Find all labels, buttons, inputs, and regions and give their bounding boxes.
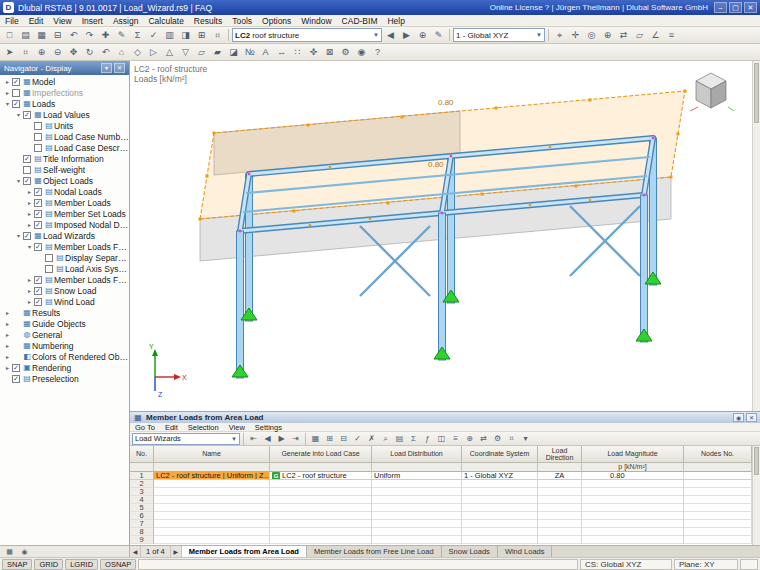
cell-distribution[interactable] bbox=[372, 520, 462, 528]
table-row[interactable]: 3 bbox=[130, 488, 752, 496]
tree-checkbox[interactable] bbox=[34, 144, 42, 152]
menu-item[interactable]: File bbox=[0, 15, 24, 26]
coordinate-system-combo[interactable]: 1 - Global XYZ ▼ bbox=[453, 28, 545, 42]
panel-pin-icon[interactable]: ◉ bbox=[733, 413, 744, 422]
menu-item[interactable]: Assign bbox=[108, 15, 144, 26]
cell-distribution[interactable] bbox=[372, 488, 462, 496]
column-header[interactable]: Load Distribution bbox=[372, 446, 462, 463]
cell-load-case[interactable] bbox=[270, 520, 372, 528]
cell-nodes[interactable] bbox=[684, 536, 752, 544]
tree-checkbox[interactable] bbox=[34, 133, 42, 141]
panel-menu-item[interactable]: Settings bbox=[250, 423, 287, 432]
tree-item[interactable]: ▸ ▤ Member Loads bbox=[0, 197, 129, 208]
expand-arrow-icon[interactable]: ▸ bbox=[3, 309, 12, 316]
tree-checkbox[interactable] bbox=[34, 221, 42, 229]
hidden-line-icon[interactable]: ◪ bbox=[226, 45, 241, 59]
zoom-window-icon[interactable]: ⌗ bbox=[18, 45, 33, 59]
cell-direction[interactable] bbox=[538, 512, 582, 520]
undo-icon[interactable]: ↶ bbox=[66, 28, 81, 42]
new-object-icon[interactable]: ✚ bbox=[98, 28, 113, 42]
expand-arrow-icon[interactable]: ▸ bbox=[25, 199, 34, 206]
previous-load-case-icon[interactable]: ◀ bbox=[383, 28, 398, 42]
redo-icon[interactable]: ↷ bbox=[82, 28, 97, 42]
cell-magnitude[interactable] bbox=[582, 480, 684, 488]
expand-arrow-icon[interactable]: ▸ bbox=[25, 298, 34, 305]
discard-icon[interactable]: ✗ bbox=[365, 433, 378, 445]
load-wizards-combo[interactable]: Load Wizards ▼ bbox=[132, 433, 240, 445]
edit-load-case-icon[interactable]: ✎ bbox=[431, 28, 446, 42]
tree-item[interactable]: ▸ ◍ General bbox=[0, 329, 129, 340]
cell-nodes[interactable] bbox=[684, 504, 752, 512]
tree-checkbox[interactable] bbox=[23, 232, 31, 240]
cell-magnitude[interactable] bbox=[582, 488, 684, 496]
work-plane-icon[interactable]: ▱ bbox=[632, 28, 647, 42]
table-tab[interactable]: Member Loads from Free Line Load bbox=[307, 546, 442, 557]
tree-checkbox[interactable] bbox=[23, 155, 31, 163]
tree-checkbox[interactable] bbox=[34, 122, 42, 130]
add-case-icon[interactable]: ⊕ bbox=[463, 433, 476, 445]
panel-menu-item[interactable]: Go To bbox=[130, 423, 160, 432]
table-scrollbar[interactable] bbox=[752, 446, 760, 545]
tree-item[interactable]: ▤ Self-weight bbox=[0, 164, 129, 175]
sum-icon[interactable]: Σ bbox=[407, 433, 420, 445]
previous-table-button[interactable]: ◀ bbox=[130, 546, 141, 557]
numbering-icon[interactable]: № bbox=[242, 45, 257, 59]
tree-checkbox[interactable] bbox=[12, 89, 20, 97]
cell-distribution[interactable]: Uniform bbox=[372, 472, 462, 480]
cell-load-case[interactable] bbox=[270, 536, 372, 544]
cell-load-case[interactable] bbox=[270, 480, 372, 488]
cell-coordinate-system[interactable] bbox=[462, 504, 538, 512]
maximize-button[interactable]: ▢ bbox=[729, 2, 742, 13]
snap-toggle[interactable]: LGRID bbox=[65, 559, 98, 570]
cell-direction[interactable] bbox=[538, 520, 582, 528]
snap-toggle[interactable]: SNAP bbox=[2, 559, 32, 570]
wireframe-icon[interactable]: ▱ bbox=[194, 45, 209, 59]
cell-name[interactable] bbox=[154, 504, 270, 512]
column-header[interactable]: Generate into Load Case bbox=[270, 446, 372, 463]
expand-arrow-icon[interactable]: ▾ bbox=[14, 111, 23, 118]
cell-nodes[interactable] bbox=[684, 488, 752, 496]
model-canvas[interactable]: LC2 - roof structure Loads [kN/m²] bbox=[130, 61, 752, 411]
raster-icon[interactable]: ∷ bbox=[290, 45, 305, 59]
tree-item[interactable]: ▤ Display Separately bbox=[0, 252, 129, 263]
first-record-icon[interactable]: ⇤ bbox=[247, 433, 260, 445]
navigator-menu-icon[interactable]: ▾ bbox=[101, 63, 112, 73]
tree-checkbox[interactable] bbox=[34, 298, 42, 306]
tree-checkbox[interactable] bbox=[34, 287, 42, 295]
cell-name[interactable] bbox=[154, 520, 270, 528]
cell-direction[interactable] bbox=[538, 480, 582, 488]
cell-distribution[interactable] bbox=[372, 528, 462, 536]
minimize-button[interactable]: – bbox=[714, 2, 727, 13]
tables-icon[interactable]: ▥ bbox=[162, 28, 177, 42]
expand-arrow-icon[interactable]: ▸ bbox=[25, 287, 34, 294]
tree-item[interactable]: ▾ ▦ Object Loads bbox=[0, 175, 129, 186]
table-row[interactable]: 8 bbox=[130, 528, 752, 536]
cell-nodes[interactable] bbox=[684, 528, 752, 536]
axes-icon[interactable]: ✜ bbox=[306, 45, 321, 59]
center-icon[interactable]: ⌖ bbox=[552, 28, 567, 42]
expand-arrow-icon[interactable]: ▾ bbox=[14, 232, 23, 239]
previous-view-icon[interactable]: ↶ bbox=[98, 45, 113, 59]
tree-item[interactable]: ▸ ◧ Colors of Rendered Objects by bbox=[0, 351, 129, 362]
settings-icon[interactable]: ⚙ bbox=[338, 45, 353, 59]
rotate-view-icon[interactable]: ↻ bbox=[82, 45, 97, 59]
tree-checkbox[interactable] bbox=[34, 243, 42, 251]
cell-coordinate-system[interactable] bbox=[462, 512, 538, 520]
cell-direction[interactable] bbox=[538, 536, 582, 544]
cell-magnitude[interactable] bbox=[582, 520, 684, 528]
list-icon[interactable]: ≡ bbox=[664, 28, 679, 42]
cell-magnitude[interactable] bbox=[582, 528, 684, 536]
visibility-icon[interactable]: ◉ bbox=[354, 45, 369, 59]
column-header[interactable]: No. bbox=[130, 446, 154, 463]
column-header[interactable]: Name bbox=[154, 446, 270, 463]
save-icon[interactable]: ▦ bbox=[34, 28, 49, 42]
cell-nodes[interactable] bbox=[684, 480, 752, 488]
expand-arrow-icon[interactable]: ▾ bbox=[3, 100, 12, 107]
cell-distribution[interactable] bbox=[372, 504, 462, 512]
tree-item[interactable]: ▤ Load Case Numbers bbox=[0, 131, 129, 142]
cell-direction[interactable] bbox=[538, 528, 582, 536]
isometric-view-icon[interactable]: ◇ bbox=[130, 45, 145, 59]
tree-item[interactable]: ▸ ▦ Model bbox=[0, 76, 129, 87]
apply-icon[interactable]: ✓ bbox=[351, 433, 364, 445]
cell-nodes[interactable] bbox=[684, 496, 752, 504]
